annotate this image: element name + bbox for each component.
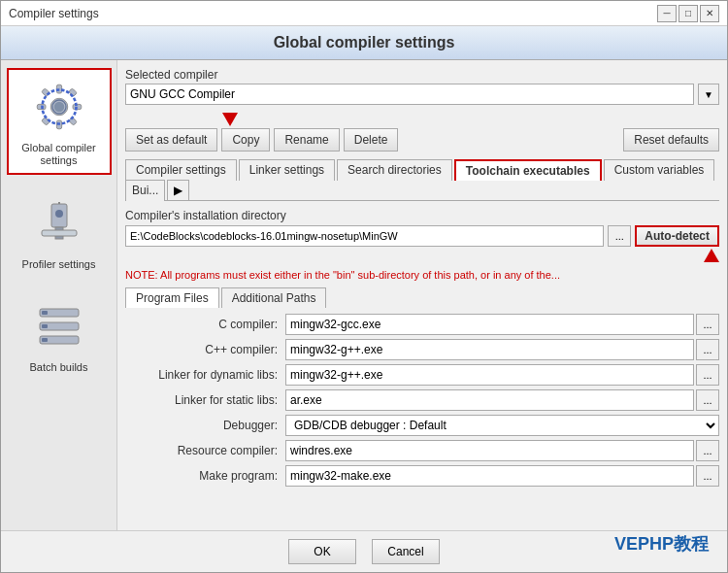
- delete-button[interactable]: Delete: [344, 128, 399, 152]
- compiler-dropdown-arrow[interactable]: ▼: [698, 84, 719, 105]
- compiler-settings-window: Compiler settings ─ □ ✕ Global compiler …: [0, 0, 728, 573]
- make-program-row: Make program: ...: [125, 465, 719, 487]
- sidebar-item-profiler[interactable]: Profiler settings: [7, 186, 112, 277]
- make-program-browse[interactable]: ...: [696, 465, 719, 487]
- red-arrow-down-copy: [222, 113, 238, 126]
- c-compiler-browse[interactable]: ...: [696, 314, 719, 335]
- linker-dynamic-label: Linker for dynamic libs:: [125, 368, 285, 382]
- cpp-compiler-browse[interactable]: ...: [696, 339, 719, 360]
- toolbar-row: Set as default Copy Rename Delete Reset …: [125, 128, 719, 152]
- dir-row: ... Auto-detect: [125, 225, 719, 247]
- cpp-compiler-row: C++ compiler: ...: [125, 339, 719, 360]
- linker-dynamic-row: Linker for dynamic libs: ...: [125, 364, 719, 386]
- resource-compiler-input[interactable]: [285, 440, 694, 461]
- gear-icon-area: [28, 76, 90, 138]
- svg-rect-20: [42, 311, 48, 315]
- right-panel: Selected compiler ▼ Set as default Copy …: [117, 60, 727, 530]
- linker-dynamic-input[interactable]: [285, 364, 694, 386]
- watermark-text: VEPHP教程: [614, 532, 709, 556]
- linker-static-label: Linker for static libs:: [125, 393, 285, 407]
- debugger-select[interactable]: GDB/CDB debugger : Default: [285, 415, 719, 436]
- debugger-row: Debugger: GDB/CDB debugger : Default: [125, 415, 719, 436]
- content-area: Global compiler settings Profiler settin…: [1, 60, 727, 530]
- c-compiler-input[interactable]: [285, 314, 694, 335]
- linker-dynamic-browse[interactable]: ...: [696, 364, 719, 386]
- compiler-row: Selected compiler ▼: [125, 68, 719, 105]
- arrow-copy-indicator: [125, 113, 719, 126]
- c-compiler-label: C compiler:: [125, 318, 285, 331]
- copy-button[interactable]: Copy: [221, 128, 270, 152]
- window-title: Compiler settings: [9, 7, 99, 20]
- selected-compiler-label: Selected compiler: [125, 68, 719, 82]
- tab-search-directories[interactable]: Search directories: [337, 159, 452, 181]
- window-controls: ─ □ ✕: [657, 5, 719, 22]
- ok-button[interactable]: OK: [288, 539, 356, 564]
- sidebar-item-batch[interactable]: Batch builds: [7, 289, 112, 380]
- linker-static-browse[interactable]: ...: [696, 389, 719, 411]
- tab-nav-forward[interactable]: ▶: [167, 180, 189, 200]
- sidebar-profiler-label: Profiler settings: [22, 258, 96, 271]
- sidebar-item-global-compiler[interactable]: Global compiler settings: [7, 68, 112, 175]
- batch-icon-area: [28, 295, 90, 357]
- svg-point-15: [55, 210, 63, 218]
- auto-detect-wrapper: Auto-detect: [635, 225, 719, 247]
- installation-dir-section: Compiler's installation directory ... Au…: [125, 209, 719, 262]
- inner-tab-additional-paths[interactable]: Additional Paths: [221, 287, 327, 308]
- resource-compiler-row: Resource compiler: ...: [125, 440, 719, 461]
- tab-more[interactable]: Bui...: [125, 180, 165, 201]
- sidebar-global-compiler-label: Global compiler settings: [15, 142, 104, 167]
- red-arrow-up-autodetect: [704, 249, 719, 262]
- profiler-icon-area: [28, 192, 90, 254]
- svg-rect-22: [42, 338, 48, 342]
- sidebar: Global compiler settings Profiler settin…: [1, 60, 117, 530]
- debugger-dropdown-wrapper: GDB/CDB debugger : Default: [285, 415, 719, 436]
- maximize-button[interactable]: □: [678, 5, 698, 22]
- rename-button[interactable]: Rename: [274, 128, 339, 152]
- gear-icon: [32, 80, 86, 134]
- main-header: Global compiler settings: [1, 26, 727, 60]
- page-title: Global compiler settings: [1, 34, 727, 51]
- inner-tabs: Program Files Additional Paths: [125, 287, 719, 308]
- dir-browse-button[interactable]: ...: [608, 225, 631, 247]
- minimize-button[interactable]: ─: [657, 5, 677, 22]
- toolbar-section: Set as default Copy Rename Delete Reset …: [125, 113, 719, 159]
- compiler-dropdown-row: ▼: [125, 84, 719, 105]
- cpp-compiler-input[interactable]: [285, 339, 694, 360]
- tab-linker-settings[interactable]: Linker settings: [239, 159, 335, 181]
- inner-tab-program-files[interactable]: Program Files: [125, 287, 219, 308]
- compiler-select-input[interactable]: [125, 84, 694, 105]
- cancel-button[interactable]: Cancel: [372, 539, 440, 564]
- note-text: NOTE: All programs must exist either in …: [125, 268, 719, 282]
- tab-toolchain-executables[interactable]: Toolchain executables: [454, 159, 602, 181]
- resource-compiler-browse[interactable]: ...: [696, 440, 719, 461]
- resource-compiler-label: Resource compiler:: [125, 444, 285, 457]
- linker-static-row: Linker for static libs: ...: [125, 389, 719, 411]
- title-bar: Compiler settings ─ □ ✕: [1, 1, 727, 26]
- dir-input-field[interactable]: [125, 225, 604, 247]
- make-program-input[interactable]: [285, 465, 694, 487]
- reset-defaults-button[interactable]: Reset defaults: [623, 128, 719, 152]
- auto-detect-button[interactable]: Auto-detect: [635, 225, 719, 247]
- cpp-compiler-label: C++ compiler:: [125, 343, 285, 356]
- sidebar-batch-label: Batch builds: [30, 361, 88, 374]
- batch-icon: [32, 299, 86, 354]
- tab-custom-variables[interactable]: Custom variables: [604, 159, 715, 181]
- programs-table: C compiler: ... C++ compiler: ... Linker…: [125, 314, 719, 522]
- linker-static-input[interactable]: [285, 389, 694, 411]
- arrow-auto-detect: [125, 249, 719, 262]
- installation-dir-label: Compiler's installation directory: [125, 209, 719, 222]
- svg-rect-14: [42, 230, 77, 236]
- set-as-default-button[interactable]: Set as default: [125, 128, 217, 152]
- profiler-icon: [32, 196, 86, 251]
- tabs-row: Compiler settings Linker settings Search…: [125, 159, 719, 201]
- make-program-label: Make program:: [125, 469, 285, 483]
- c-compiler-row: C compiler: ...: [125, 314, 719, 335]
- spacer: [402, 128, 619, 152]
- tab-compiler-settings[interactable]: Compiler settings: [125, 159, 237, 181]
- debugger-label: Debugger:: [125, 419, 285, 432]
- svg-rect-21: [42, 324, 48, 328]
- close-button[interactable]: ✕: [700, 5, 719, 22]
- svg-point-1: [53, 102, 64, 113]
